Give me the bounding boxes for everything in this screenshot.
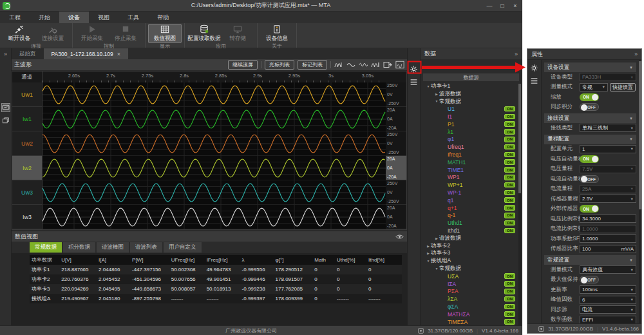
- tree-node-功率卡1[interactable]: ▼功率卡1: [421, 82, 522, 90]
- tree-node-TIME1[interactable]: TIME1ON: [421, 166, 522, 174]
- on-badge[interactable]: ON: [504, 121, 515, 127]
- on-badge[interactable]: ON: [504, 205, 515, 211]
- toggle-最大值保持[interactable]: OFF: [580, 276, 599, 283]
- select-接线类型[interactable]: 单相三线制▼: [580, 124, 636, 132]
- numeric-tab-谐波列表[interactable]: 谐波列表: [130, 242, 162, 253]
- wave-export-icon[interactable]: [383, 61, 392, 69]
- tree-node-U1[interactable]: U1ON: [421, 105, 522, 113]
- numeric-tab-积分数据[interactable]: 积分数据: [63, 242, 95, 253]
- channel-label-Iw2[interactable]: Iw2: [12, 156, 43, 180]
- menu-item-帮助[interactable]: 帮助: [148, 12, 178, 23]
- tree-node-TIMEΣA[interactable]: TIMEΣAON: [421, 318, 522, 325]
- roll-mode-icon[interactable]: [395, 61, 404, 69]
- wave-mark-icon[interactable]: [371, 61, 380, 69]
- on-badge[interactable]: ON: [504, 304, 515, 310]
- section-header-接线设置[interactable]: 接线设置▼: [544, 113, 636, 123]
- tree-node-Ufreq1[interactable]: Ufreq1ON: [421, 143, 522, 151]
- window-close-button[interactable]: ×: [509, 0, 522, 12]
- tree-node-λ1[interactable]: λ1ON: [421, 128, 522, 136]
- toggle-电流自动量程[interactable]: OFF: [580, 175, 599, 183]
- section-header-设备设置[interactable]: 设备设置▼: [544, 62, 636, 72]
- numeric-tab-常规数据[interactable]: 常规数据: [30, 242, 62, 253]
- select-测量模式[interactable]: 真有效值▼: [580, 265, 636, 274]
- select-同步源[interactable]: 电流▼: [580, 305, 636, 314]
- toggle-外部传感器[interactable]: ON: [580, 205, 599, 213]
- table-row[interactable]: 接线组A219.4909672.045180-897.255798-------…: [30, 294, 402, 303]
- channel-label-Iw1[interactable]: Iw1: [12, 107, 43, 131]
- window-maximize-button[interactable]: □: [496, 0, 509, 12]
- tree-node-WP+1[interactable]: WP+1ON: [421, 181, 522, 189]
- on-badge[interactable]: ON: [504, 197, 515, 203]
- channel-row-Uw2[interactable]: Uw2250V0V-250V: [12, 131, 406, 156]
- select-测量模式[interactable]: 常规▼: [580, 83, 608, 91]
- on-badge[interactable]: ON: [504, 220, 515, 226]
- on-badge[interactable]: ON: [504, 289, 515, 294]
- properties-collapse-icon[interactable]: »: [634, 51, 638, 57]
- section-header-量程配置[interactable]: 量程配置▼: [544, 135, 636, 144]
- tree-node-波形数据[interactable]: ▶波形数据: [421, 90, 522, 98]
- tree-node-WP1[interactable]: WP1ON: [421, 174, 522, 182]
- data-settings-gear-icon[interactable]: [409, 64, 419, 74]
- tree-node-λΣA[interactable]: λΣAON: [421, 295, 522, 303]
- numeric-tab-用户自定义[interactable]: 用户自定义: [164, 242, 202, 253]
- on-badge[interactable]: ON: [504, 273, 515, 279]
- tree-node-P1[interactable]: P1ON: [421, 120, 522, 128]
- ribbon-button-配置读取数据[interactable]: 配置读取数据: [187, 24, 221, 43]
- on-badge[interactable]: ON: [504, 281, 515, 287]
- channel-label-Iw3[interactable]: Iw3: [12, 205, 43, 229]
- channel-row-Iw2[interactable]: Iw220A0A-20A: [12, 156, 406, 180]
- on-badge[interactable]: ON: [504, 137, 515, 142]
- table-row[interactable]: 功率卡3220.0942692.045495-449.85867350.0080…: [30, 284, 402, 294]
- tree-node-IΣA[interactable]: IΣAON: [421, 280, 522, 288]
- window-minimize-button[interactable]: —: [483, 0, 496, 12]
- toggle-同步积分[interactable]: OFF: [580, 103, 599, 111]
- select-配置单元[interactable]: 1▼: [580, 145, 636, 153]
- on-badge[interactable]: ON: [504, 296, 515, 302]
- tree-node-常规数据[interactable]: ▼常规数据: [421, 265, 522, 273]
- on-badge[interactable]: ON: [504, 129, 515, 135]
- tab-close-icon[interactable]: ×: [117, 51, 120, 57]
- wave-fit-icon[interactable]: [334, 61, 343, 69]
- table-row[interactable]: 功率卡2220.7603762.045452-451.30459650.0076…: [30, 274, 402, 284]
- tree-node-PΣA[interactable]: PΣAON: [421, 288, 522, 296]
- channel-row-Iw3[interactable]: Iw320A0A-20A: [12, 205, 406, 229]
- rail-collapse-icon[interactable]: »: [4, 48, 7, 59]
- tree-node-Ithd1[interactable]: Ithd1ON: [421, 227, 522, 235]
- quick-setup-button[interactable]: 快捷设置: [610, 83, 636, 91]
- tree-node-MATHΣA[interactable]: MATHΣAON: [421, 311, 522, 318]
- tree-node-Ifreq1[interactable]: Ifreq1ON: [421, 151, 522, 158]
- menu-item-工程[interactable]: 工程: [0, 12, 30, 23]
- waveform-button-光标列表[interactable]: 光标列表: [265, 60, 294, 70]
- on-badge[interactable]: ON: [504, 114, 515, 120]
- tree-node-接线组A[interactable]: ▼接线组A: [421, 257, 522, 265]
- tree-node-φ1[interactable]: φ1ON: [421, 136, 522, 144]
- on-badge[interactable]: ON: [504, 311, 515, 317]
- tree-node-常规数据[interactable]: ▼常规数据: [421, 98, 522, 106]
- tree-node-q-1[interactable]: q-1ON: [421, 212, 522, 220]
- properties-scrollbar[interactable]: [639, 60, 641, 323]
- select-更新率[interactable]: 100ms▼: [580, 285, 636, 294]
- on-badge[interactable]: ON: [504, 319, 515, 325]
- table-row[interactable]: 功率卡1218.8876652.044866-447.39715650.0023…: [30, 265, 402, 274]
- channel-label-Uw3[interactable]: Uw3: [12, 180, 43, 205]
- tree-node-WP-1[interactable]: WP-1ON: [421, 189, 522, 196]
- channel-row-Iw1[interactable]: Iw120A0A-20A: [12, 107, 406, 131]
- on-badge[interactable]: ON: [504, 152, 515, 158]
- menu-item-视图[interactable]: 视图: [89, 12, 118, 23]
- toggle-电压自动量程[interactable]: ON: [580, 155, 599, 163]
- on-badge[interactable]: ON: [504, 182, 515, 188]
- toggle-缩放[interactable]: ON: [580, 93, 599, 101]
- rail-waveform-view-icon[interactable]: [1, 103, 10, 112]
- input-传感器比率[interactable]: 100mV/A: [580, 245, 636, 253]
- on-badge[interactable]: ON: [504, 167, 515, 173]
- numeric-tab-谐波棒图[interactable]: 谐波棒图: [97, 242, 129, 253]
- select-传感器量程[interactable]: 2.5V▼: [580, 195, 636, 203]
- waveform-button-标记列表[interactable]: 标记列表: [298, 60, 327, 70]
- ribbon-button-断开设备[interactable]: 断开设备: [3, 24, 36, 43]
- menu-item-开始[interactable]: 开始: [30, 12, 59, 23]
- properties-gear-icon[interactable]: [529, 63, 540, 73]
- tree-node-I1[interactable]: I1ON: [421, 113, 522, 120]
- waveform-button-继续滚屏[interactable]: 继续滚屏: [228, 60, 258, 70]
- menu-item-设备[interactable]: 设备: [59, 12, 89, 23]
- ribbon-button-设备信息[interactable]: 设备信息: [260, 24, 294, 43]
